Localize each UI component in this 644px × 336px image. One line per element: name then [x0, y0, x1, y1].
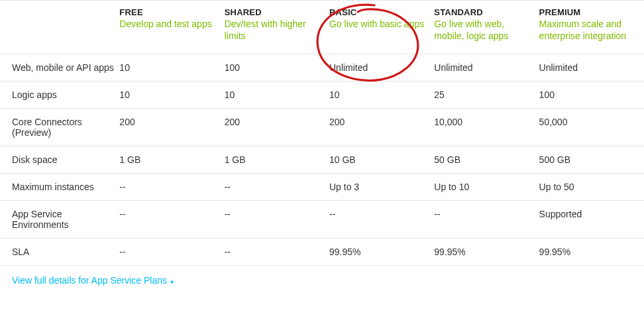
- cell: Unlimited: [539, 54, 644, 82]
- feature-label: Maximum instances: [0, 174, 119, 201]
- plan-subtitle: Dev/test with higher limits: [225, 19, 324, 42]
- cell: 10: [329, 82, 434, 109]
- cell: 99.95%: [539, 239, 644, 266]
- cell: Unlimited: [434, 54, 539, 82]
- feature-label: Logic apps: [0, 82, 119, 109]
- pricing-table: FREE Develop and test apps SHARED Dev/te…: [0, 0, 644, 265]
- cell: Supported: [539, 201, 644, 239]
- plan-header-basic: BASIC Go live with basic apps: [329, 1, 434, 54]
- feature-label: SLA: [0, 239, 119, 266]
- cell: 200: [225, 109, 329, 146]
- cell: Up to 3: [329, 174, 434, 201]
- footer-link-row: View full details for App Service Plans …: [0, 265, 644, 295]
- view-full-details-link[interactable]: View full details for App Service Plans …: [12, 275, 174, 286]
- plan-subtitle: Maximum scale and enterprise integration: [539, 19, 639, 42]
- table-row: Logic apps 10 10 10 25 100: [0, 82, 644, 109]
- cell: Unlimited: [329, 54, 434, 82]
- cell: 500 GB: [539, 146, 644, 174]
- header-row: FREE Develop and test apps SHARED Dev/te…: [0, 1, 644, 54]
- feature-label: Core Connectors (Preview): [0, 109, 119, 146]
- arrow-right-icon: ▸: [171, 278, 174, 285]
- cell: 1 GB: [225, 146, 329, 174]
- cell: 50,000: [539, 109, 644, 146]
- cell: 99.95%: [434, 239, 539, 266]
- plan-header-shared: SHARED Dev/test with higher limits: [225, 1, 329, 54]
- table-row: App Service Environments -- -- -- -- Sup…: [0, 201, 644, 239]
- cell: --: [119, 239, 224, 266]
- plan-name: PREMIUM: [539, 7, 639, 17]
- cell: --: [225, 201, 329, 239]
- plan-subtitle: Go live with basic apps: [329, 19, 429, 30]
- cell: 10,000: [434, 109, 539, 146]
- cell: 10: [119, 54, 224, 82]
- feature-label: Disk space: [0, 146, 119, 174]
- table-row: SLA -- -- 99.95% 99.95% 99.95%: [0, 239, 644, 266]
- pricing-body: Web, mobile or API apps 10 100 Unlimited…: [0, 54, 644, 266]
- plan-header-free: FREE Develop and test apps: [119, 1, 224, 54]
- cell: Up to 10: [434, 174, 539, 201]
- table-row: Web, mobile or API apps 10 100 Unlimited…: [0, 54, 644, 82]
- table-row: Maximum instances -- -- Up to 3 Up to 10…: [0, 174, 644, 201]
- plan-header-premium: PREMIUM Maximum scale and enterprise int…: [539, 1, 644, 54]
- plan-subtitle: Go live with web, mobile, logic apps: [434, 19, 533, 42]
- cell: 99.95%: [329, 239, 434, 266]
- cell: 1 GB: [119, 146, 224, 174]
- plan-name: FREE: [119, 7, 219, 17]
- plan-name: BASIC: [329, 7, 429, 17]
- cell: 100: [225, 54, 329, 82]
- table-row: Disk space 1 GB 1 GB 10 GB 50 GB 500 GB: [0, 146, 644, 174]
- cell: Up to 50: [539, 174, 644, 201]
- cell: 10: [225, 82, 329, 109]
- cell: 25: [434, 82, 539, 109]
- feature-label: App Service Environments: [0, 201, 119, 239]
- cell: 10: [119, 82, 224, 109]
- plan-name: STANDARD: [434, 7, 533, 17]
- cell: --: [225, 174, 329, 201]
- plan-header-standard: STANDARD Go live with web, mobile, logic…: [434, 1, 539, 54]
- cell: --: [329, 201, 434, 239]
- cell: 50 GB: [434, 146, 539, 174]
- feature-label: Web, mobile or API apps: [0, 54, 119, 82]
- cell: 200: [329, 109, 434, 146]
- plan-name: SHARED: [225, 7, 324, 17]
- cell: --: [434, 201, 539, 239]
- cell: 100: [539, 82, 644, 109]
- link-text: View full details for App Service Plans: [12, 275, 167, 286]
- header-empty: [0, 1, 119, 54]
- cell: 200: [119, 109, 224, 146]
- cell: --: [225, 239, 329, 266]
- plan-subtitle: Develop and test apps: [119, 19, 219, 30]
- cell: --: [119, 201, 224, 239]
- table-row: Core Connectors (Preview) 200 200 200 10…: [0, 109, 644, 146]
- cell: 10 GB: [329, 146, 434, 174]
- cell: --: [119, 174, 224, 201]
